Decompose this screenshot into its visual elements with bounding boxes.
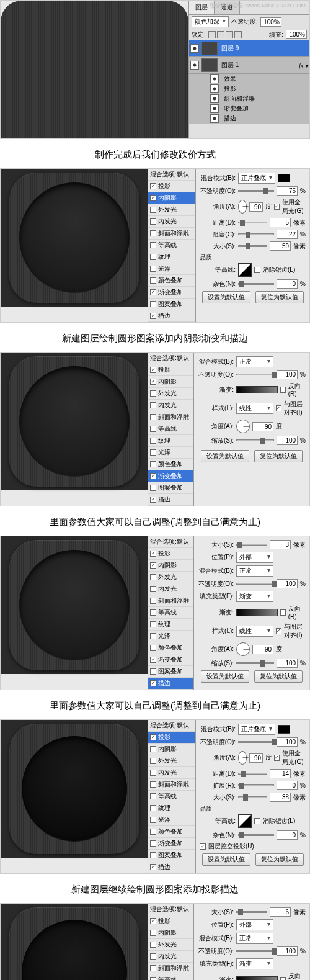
style-drop-shadow[interactable]: 投影	[148, 181, 195, 192]
align-check[interactable]	[276, 628, 281, 634]
style-inner-glow[interactable]: 内发光	[148, 400, 193, 411]
style-inner-glow[interactable]: 内发光	[148, 583, 193, 595]
gradient-picker[interactable]	[236, 609, 278, 616]
reverse-check[interactable]	[280, 387, 286, 393]
scale-slider[interactable]	[236, 439, 274, 441]
opacity-slider[interactable]	[236, 950, 274, 952]
style-inner-shadow[interactable]: 内阴影	[148, 560, 193, 572]
global-light-check[interactable]	[274, 755, 280, 761]
size-slider[interactable]	[236, 911, 267, 913]
angle-value[interactable]: 90	[252, 422, 273, 431]
style-contour[interactable]: 等高线	[148, 974, 193, 980]
style-texture[interactable]: 纹理	[148, 619, 193, 631]
opacity-slider[interactable]	[236, 583, 274, 585]
style-bevel[interactable]: 斜面和浮雕	[148, 779, 195, 791]
opacity-value[interactable]: 100	[277, 579, 298, 588]
antialias-check[interactable]	[254, 267, 260, 273]
size-value[interactable]: 59	[270, 241, 291, 251]
grad-style[interactable]: 线性	[236, 626, 273, 637]
grad-style[interactable]: 线性	[236, 403, 273, 414]
style-stroke[interactable]: 描边	[148, 861, 195, 873]
style-inner-glow[interactable]: 内发光	[148, 767, 195, 779]
size-slider[interactable]	[238, 245, 267, 247]
reset-default-button[interactable]: 复位为默认值	[254, 450, 303, 462]
reverse-check[interactable]	[280, 977, 286, 981]
visibility-icon[interactable]	[210, 74, 219, 83]
color-swatch[interactable]	[278, 725, 290, 734]
style-stroke[interactable]: 描边	[148, 310, 195, 322]
style-contour[interactable]: 等高线	[148, 240, 195, 251]
style-bevel[interactable]: 斜面和浮雕	[148, 963, 193, 974]
set-default-button[interactable]: 设置为默认值	[202, 853, 250, 866]
opacity-value[interactable]: 100	[277, 737, 298, 747]
visibility-icon[interactable]	[190, 44, 199, 53]
noise-value[interactable]: 0	[277, 279, 298, 289]
position-select[interactable]: 外部	[236, 552, 273, 563]
opacity-slider[interactable]	[238, 190, 274, 192]
antialias-check[interactable]	[254, 818, 260, 824]
reverse-check[interactable]	[280, 609, 286, 616]
style-satin[interactable]: 光泽	[148, 814, 195, 826]
style-pattern-overlay[interactable]: 图案叠加	[148, 666, 193, 678]
reset-default-button[interactable]: 复位为默认值	[255, 291, 304, 303]
style-pattern-overlay[interactable]: 图案叠加	[148, 482, 193, 494]
style-drop-shadow[interactable]: 投影	[148, 732, 195, 744]
set-default-button[interactable]: 设置为默认值	[202, 291, 250, 303]
style-gradient-overlay[interactable]: 渐变叠加	[148, 470, 193, 482]
visibility-icon[interactable]	[210, 84, 219, 93]
fill-type[interactable]: 渐变	[236, 958, 273, 969]
global-light-check[interactable]	[274, 204, 280, 210]
style-texture[interactable]: 纹理	[148, 802, 195, 814]
distance-value[interactable]: 14	[270, 769, 291, 778]
style-outer-glow[interactable]: 外发光	[148, 204, 195, 216]
style-color-overlay[interactable]: 颜色叠加	[148, 275, 195, 287]
noise-value[interactable]: 0	[277, 830, 298, 840]
style-texture[interactable]: 纹理	[148, 435, 193, 447]
style-color-overlay[interactable]: 颜色叠加	[148, 826, 195, 838]
contour-picker[interactable]	[238, 814, 252, 828]
size-value[interactable]: 3	[270, 540, 291, 549]
style-satin[interactable]: 光泽	[148, 263, 195, 275]
scale-value[interactable]: 100	[277, 436, 298, 445]
fill-type[interactable]: 渐变	[236, 591, 273, 602]
opacity-value[interactable]: 100	[277, 370, 298, 379]
style-inner-glow[interactable]: 内发光	[148, 951, 193, 963]
style-stroke[interactable]: 描边	[148, 678, 193, 690]
style-bevel[interactable]: 斜面和浮雕	[148, 228, 195, 240]
opacity-slider[interactable]	[236, 374, 274, 375]
style-contour[interactable]: 等高线	[148, 607, 193, 619]
style-contour[interactable]: 等高线	[148, 791, 195, 802]
visibility-icon[interactable]	[190, 61, 199, 70]
lock-icons[interactable]	[208, 31, 242, 38]
style-gradient-overlay[interactable]: 渐变叠加	[148, 287, 195, 299]
style-color-overlay[interactable]: 颜色叠加	[148, 642, 193, 654]
style-pattern-overlay[interactable]: 图案叠加	[148, 850, 195, 861]
style-contour[interactable]: 等高线	[148, 423, 193, 435]
style-outer-glow[interactable]: 外发光	[148, 572, 193, 583]
contour-picker[interactable]	[238, 263, 252, 277]
reset-default-button[interactable]: 复位为默认值	[255, 853, 304, 866]
style-drop-shadow[interactable]: 投影	[148, 915, 193, 927]
style-gradient-overlay[interactable]: 渐变叠加	[148, 838, 195, 850]
blend-mode[interactable]: 正常	[236, 565, 273, 577]
noise-slider[interactable]	[238, 283, 274, 285]
noise-slider[interactable]	[238, 834, 274, 836]
style-stroke[interactable]: 描边	[148, 494, 193, 506]
distance-slider[interactable]	[238, 222, 267, 223]
gradient-picker[interactable]	[236, 976, 278, 981]
visibility-icon[interactable]	[210, 94, 219, 103]
visibility-icon[interactable]	[210, 104, 219, 113]
angle-value[interactable]: 90	[249, 202, 263, 212]
opacity-value[interactable]: 75	[277, 186, 298, 196]
opacity-field[interactable]: 100%	[260, 17, 281, 27]
style-inner-shadow[interactable]: 内阴影	[148, 927, 193, 939]
choke-slider[interactable]	[238, 233, 274, 235]
size-value[interactable]: 6	[270, 907, 291, 917]
style-bevel[interactable]: 斜面和浮雕	[148, 595, 193, 607]
style-pattern-overlay[interactable]: 图案叠加	[148, 299, 195, 310]
visibility-icon[interactable]	[210, 114, 219, 123]
set-default-button[interactable]: 设置为默认值	[201, 450, 249, 462]
spread-value[interactable]: 0	[277, 781, 298, 790]
spread-slider[interactable]	[238, 784, 274, 786]
angle-dial[interactable]	[238, 751, 247, 765]
